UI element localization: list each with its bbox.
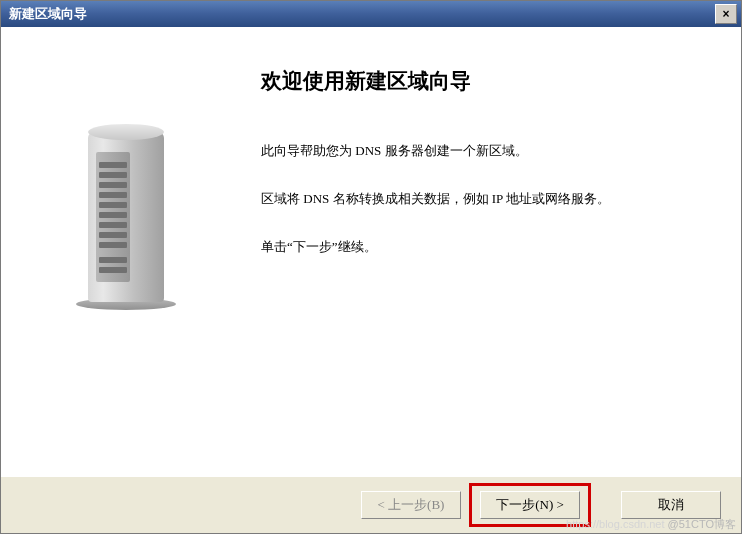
cancel-button[interactable]: 取消	[621, 491, 721, 519]
wizard-window: 新建区域向导 ×	[0, 0, 742, 534]
wizard-sidebar-image	[1, 27, 251, 476]
next-button-highlight: 下一步(N) >	[469, 483, 591, 527]
wizard-description-3: 单击“下一步”继续。	[261, 236, 701, 258]
close-icon: ×	[722, 7, 729, 21]
wizard-content: 欢迎使用新建区域向导 此向导帮助您为 DNS 服务器创建一个新区域。 区域将 D…	[1, 27, 741, 476]
wizard-description-2: 区域将 DNS 名称转换成相关数据，例如 IP 地址或网络服务。	[261, 188, 701, 210]
server-icon	[66, 112, 186, 322]
wizard-heading: 欢迎使用新建区域向导	[261, 67, 701, 95]
next-button[interactable]: 下一步(N) >	[480, 491, 580, 519]
titlebar: 新建区域向导 ×	[1, 1, 741, 27]
close-button[interactable]: ×	[715, 4, 737, 24]
button-bar: < 上一步(B) 下一步(N) > 取消	[1, 477, 741, 533]
back-button: < 上一步(B)	[361, 491, 461, 519]
wizard-body: 欢迎使用新建区域向导 此向导帮助您为 DNS 服务器创建一个新区域。 区域将 D…	[251, 27, 741, 476]
wizard-description-1: 此向导帮助您为 DNS 服务器创建一个新区域。	[261, 140, 701, 162]
window-title: 新建区域向导	[9, 5, 715, 23]
